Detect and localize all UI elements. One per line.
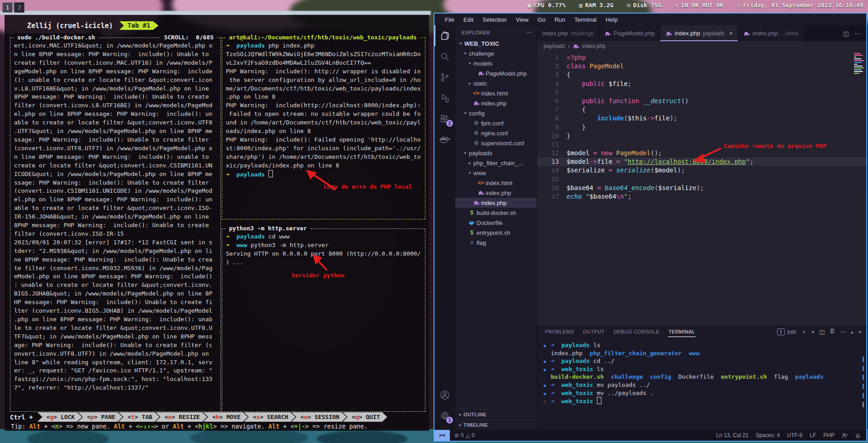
code-line-2[interactable]: 2class PageModel — [537, 62, 866, 71]
activity-search-icon[interactable] — [434, 46, 455, 67]
keybind-lock[interactable]: <g> LOCK — [38, 412, 82, 422]
feedback-icon[interactable] — [842, 433, 848, 438]
status-item-php[interactable]: PHP — [823, 432, 835, 438]
tree-item-fpm-conf[interactable]: ⚙fpm.conf — [455, 118, 537, 128]
code-line-10[interactable]: 10} — [537, 132, 866, 140]
tree-item-pagemodel-php[interactable]: PageModel.php — [455, 68, 537, 78]
split-terminal-icon[interactable]: ◫ — [819, 329, 825, 335]
sidebar-section-outline[interactable]: ▸OUTLINE — [455, 409, 537, 419]
split-editor-icon[interactable]: ◫ — [843, 30, 849, 37]
tree-item-models[interactable]: ▾models — [455, 58, 537, 68]
tree-item-challenge[interactable]: ▾challenge — [455, 48, 537, 58]
activity-run-debug-icon[interactable] — [434, 88, 455, 109]
activity-extensions-icon[interactable]: 2 — [434, 109, 455, 129]
tree-item-entrypoint-sh[interactable]: $entrypoint.sh — [455, 228, 537, 238]
panel-tab-problems[interactable]: PROBLEMS — [544, 326, 574, 337]
code-line-6[interactable]: 6 public function __destruct() — [537, 97, 866, 105]
tree-item-index-html[interactable]: <>index.html — [455, 88, 537, 98]
code-line-5[interactable]: 5 — [537, 88, 866, 97]
activity-docker-icon[interactable] — [434, 129, 455, 150]
editor-tab-pagemodel.php[interactable]: PageModel.php — [599, 25, 660, 41]
terminal-dropdown-icon[interactable]: ▾ — [812, 329, 814, 334]
sidebar-section-timeline[interactable]: ▸TIMELINE — [455, 419, 537, 430]
menu-terminal[interactable]: Terminal — [570, 15, 601, 24]
code-line-1[interactable]: 1<?php — [537, 53, 866, 62]
panel-tab-output[interactable]: OUTPUT — [582, 326, 605, 337]
menu-selection[interactable]: Selection — [478, 15, 510, 24]
close-icon[interactable]: × — [729, 30, 733, 37]
editor-tab-index.php-payloads[interactable]: index.phppayloads× — [660, 25, 738, 41]
remote-indicator[interactable]: >< — [434, 430, 450, 441]
problems-status[interactable]: ⊘ 0 △ 0 — [450, 432, 479, 438]
keybind-search[interactable]: <s> SEARCH — [244, 412, 296, 422]
status-item-spaces[interactable]: Spaces: 4 — [756, 432, 780, 438]
tree-item-build-docker-sh[interactable]: $build-docker.sh — [455, 208, 537, 218]
keybind-tab[interactable]: <t> TAB — [119, 412, 160, 422]
code-line-3[interactable]: 3{ — [537, 71, 866, 79]
code-line-4[interactable]: 4 public $file; — [537, 80, 866, 88]
workspace-1[interactable]: 1 — [2, 2, 13, 13]
menu-help[interactable]: Help — [601, 15, 622, 24]
workspace-2[interactable]: 2 — [14, 2, 24, 13]
keybind-resize[interactable]: <n> RESIZE — [156, 412, 207, 422]
code-line-9[interactable]: 9 } — [537, 123, 866, 132]
integrated-terminal[interactable]: ●➜ payloads lsindex.php php_filter_chain… — [537, 338, 866, 430]
activity-source-control-icon[interactable] — [434, 67, 455, 88]
code-line-7[interactable]: 7 { — [537, 105, 866, 114]
tree-item-web-toxic[interactable]: ▾WEB_TOXIC — [455, 38, 537, 48]
editor-more-icon[interactable]: ⋯ — [854, 30, 861, 37]
activity-explorer-icon[interactable] — [434, 25, 455, 46]
tree-item-php-filter-chain-[interactable]: ▸php_filter_chain_... — [455, 158, 537, 168]
editor-tab-index.php-www[interactable]: index.php.../www — [738, 25, 804, 41]
maximize-panel-icon[interactable]: ▴ — [851, 329, 853, 334]
menu-edit[interactable]: Edit — [459, 15, 477, 24]
code-editor[interactable]: 1<?php2class PageModel3{4 public $file;5… — [537, 51, 866, 324]
keybind-session[interactable]: <o> SESSION — [291, 412, 347, 422]
keybind-pane[interactable]: <p> PANE — [78, 412, 123, 422]
keybind-quit[interactable]: <q> QUIT — [343, 412, 387, 422]
tree-item-index-php[interactable]: index.php — [455, 98, 537, 108]
tree-item-index-html[interactable]: <>index.html — [455, 178, 537, 188]
tree-item-index-php[interactable]: index.php — [455, 198, 537, 208]
minimap[interactable] — [854, 53, 865, 74]
tree-item-static[interactable]: ▸static — [455, 78, 537, 88]
tree-item-index-php[interactable]: index.php — [455, 188, 537, 198]
menu-file[interactable]: File — [441, 15, 458, 24]
status-item-lf[interactable]: LF — [810, 432, 816, 438]
close-panel-icon[interactable]: × — [858, 329, 862, 335]
kill-terminal-icon[interactable] — [830, 328, 835, 335]
explorer-more-icon[interactable]: ⋯ — [526, 29, 532, 36]
tree-item-flag[interactable]: ≡flag — [455, 238, 537, 248]
zellij-tab-1[interactable]: Tab #1 — [119, 21, 159, 30]
panel-tab-debug-console[interactable]: DEBUG CONSOLE — [613, 326, 660, 337]
zellij-pane-build-docker[interactable]: sudo ./build-docker.sh SCROLL: 0/685 ert… — [10, 38, 221, 412]
breadcrumb-file[interactable]: index.php — [582, 43, 606, 49]
activity-account-icon[interactable] — [434, 385, 455, 405]
code-line-17[interactable]: 17echo "$base64\n"; — [537, 192, 866, 201]
tree-item-config[interactable]: ▾config — [455, 108, 537, 118]
tree-item-dockerfile[interactable]: Dockerfile — [455, 218, 537, 228]
tree-item-nginx-conf[interactable]: ⚙nginx.conf — [455, 128, 537, 138]
panel-tab-terminal[interactable]: TERMINAL — [668, 326, 696, 337]
editor-tab-index.php-challenge[interactable]: index.phpchallenge — [537, 25, 599, 41]
code-line-15[interactable]: 15 — [537, 175, 866, 184]
keybind-move[interactable]: <h> MOVE — [203, 412, 248, 422]
menu-run[interactable]: Run — [550, 15, 569, 24]
code-line-14[interactable]: 14$serialize = serialize($model); — [537, 166, 866, 175]
new-terminal-icon[interactable]: ＋ — [801, 328, 807, 336]
tree-item-www[interactable]: ▾www — [455, 168, 537, 178]
notifications-bell-icon[interactable] — [855, 433, 861, 438]
breadcrumb[interactable]: payloads › index.php — [537, 41, 866, 51]
activity-settings-gear-icon[interactable]: 1 — [434, 405, 455, 426]
status-item-utf-8[interactable]: UTF-8 — [787, 432, 802, 438]
breadcrumb-folder[interactable]: payloads — [544, 43, 565, 49]
code-line-16[interactable]: 16$base64 = base64_encode($serialize); — [537, 184, 866, 192]
tree-item-payloads[interactable]: ▾payloads — [455, 148, 537, 158]
menu-view[interactable]: View — [512, 15, 533, 24]
terminal-profile[interactable]: ❯ zsh — [777, 329, 796, 335]
status-item-ln[interactable]: Ln 13, Col 21 — [716, 432, 749, 438]
tree-item-supervisord-conf[interactable]: ⚙supervisord.conf — [455, 138, 537, 148]
menu-go[interactable]: Go — [534, 15, 549, 24]
code-line-8[interactable]: 8 include($this->file); — [537, 114, 866, 123]
panel-more-icon[interactable]: ⋯ — [840, 329, 846, 335]
